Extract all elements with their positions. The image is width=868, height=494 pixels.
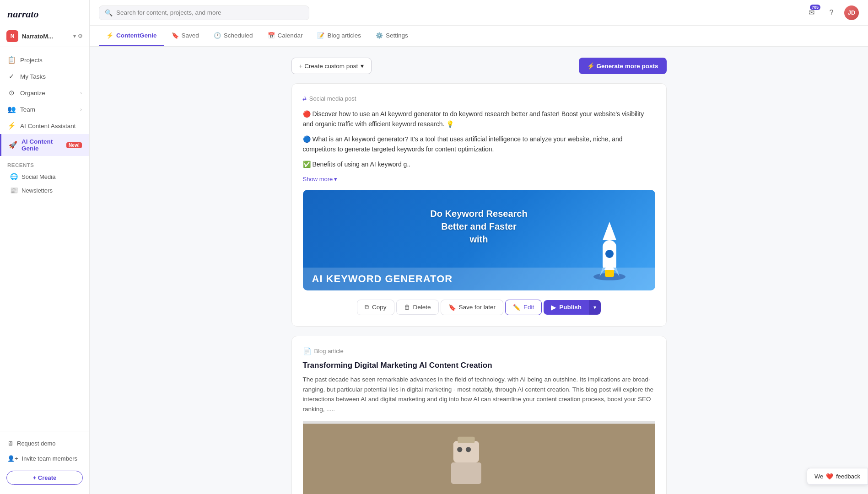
dropdown-arrow-icon: ▾: [361, 62, 364, 70]
sidebar-item-ai-genie[interactable]: 🚀 AI Content Genie New!: [0, 134, 89, 156]
social-post-card: # Social media post 🔴 Discover how to us…: [291, 83, 667, 327]
post-content: 🔴 Discover how to use an AI keyword gene…: [303, 109, 655, 169]
svg-point-12: [465, 447, 470, 452]
blog-image-inner: [303, 421, 655, 494]
feedback-label-2: feedback: [836, 473, 860, 480]
svg-point-3: [605, 249, 614, 258]
sidebar-item-label: AI Content Assistant: [20, 123, 76, 129]
bookmark-icon: 🔖: [448, 304, 456, 311]
svg-rect-13: [451, 462, 481, 484]
tab-calendar[interactable]: 📅 Calendar: [260, 26, 310, 46]
workspace-selector[interactable]: N NarratoM... ▾ ⚙: [0, 26, 89, 47]
tab-scheduled[interactable]: 🕐 Scheduled: [206, 26, 260, 46]
generate-more-posts-button[interactable]: ⚡ Generate more posts: [579, 58, 667, 74]
tab-label: Saved: [182, 32, 199, 39]
search-icon: 🔍: [105, 9, 113, 16]
tab-label: Calendar: [278, 32, 303, 39]
sidebar-item-organize[interactable]: ⊙ Organize ›: [0, 85, 89, 101]
recent-item-label: Newsletters: [22, 187, 53, 194]
trash-icon: 🗑: [404, 304, 410, 311]
app-logo: narrato: [7, 8, 82, 20]
edit-label: Edit: [523, 304, 534, 311]
invite-team-label: Invite team members: [22, 455, 77, 462]
publish-group: ▶ Publish ▾: [544, 300, 601, 315]
projects-icon: 📋: [7, 56, 16, 64]
content-tabs: ⚡ ContentGenie 🔖 Saved 🕐 Scheduled 📅 Cal…: [90, 26, 868, 47]
blog-image-svg: [303, 421, 655, 494]
delete-button[interactable]: 🗑 Delete: [396, 300, 439, 315]
topbar: 🔍 ✉ 705 ? JD: [90, 0, 868, 26]
tab-settings[interactable]: ⚙️ Settings: [368, 26, 415, 46]
search-bar[interactable]: 🔍: [99, 5, 309, 20]
sidebar-bottom: 🖥 Request demo 👤+ Invite team members + …: [0, 431, 89, 494]
main-area: 🔍 ✉ 705 ? JD ⚡ ContentGenie 🔖 Saved �: [90, 0, 868, 494]
recent-item-newsletters[interactable]: 📰 Newsletters: [0, 183, 89, 197]
create-custom-post-button[interactable]: + Create custom post ▾: [291, 58, 372, 74]
image-banner-text: AI KEYWORD GENERATOR: [312, 273, 453, 285]
workspace-icon: N: [6, 30, 18, 42]
tab-label: Scheduled: [224, 32, 253, 39]
sidebar: narrato N NarratoM... ▾ ⚙ 📋 Projects ✓ M…: [0, 0, 90, 494]
user-avatar[interactable]: JD: [844, 5, 859, 20]
search-input[interactable]: [116, 9, 303, 16]
tab-content-genie[interactable]: ⚡ ContentGenie: [99, 26, 164, 46]
sidebar-item-team[interactable]: 👥 Team ›: [0, 101, 89, 118]
sidebar-item-label: My Tasks: [20, 73, 46, 80]
show-more-button[interactable]: Show more ▾: [303, 176, 655, 183]
team-icon: 👥: [7, 105, 16, 113]
create-button[interactable]: + Create: [6, 471, 83, 485]
sidebar-item-ai-assistant[interactable]: ⚡ AI Content Assistant: [0, 118, 89, 134]
publish-dropdown-button[interactable]: ▾: [589, 300, 601, 315]
edit-button[interactable]: ✏️ Edit: [505, 300, 542, 315]
workspace-name: NarratoM...: [22, 33, 73, 40]
workspace-actions[interactable]: ▾ ⚙: [73, 33, 83, 39]
svg-rect-10: [458, 437, 475, 443]
request-demo-button[interactable]: 🖥 Request demo: [6, 438, 83, 449]
blog-excerpt: The past decade has seen remarkable adva…: [303, 375, 655, 414]
svg-rect-6: [605, 270, 614, 277]
clock-tab-icon: 🕐: [214, 32, 221, 39]
save-for-later-button[interactable]: 🔖 Save for later: [441, 300, 503, 315]
blog-type-text: Blog article: [314, 348, 344, 354]
copy-label: Copy: [372, 304, 387, 311]
monitor-icon: 🖥: [7, 440, 13, 447]
tab-blog-articles[interactable]: 📝 Blog articles: [310, 26, 368, 46]
blog-type-label: 📄 Blog article: [303, 347, 655, 355]
tab-label: ContentGenie: [116, 32, 157, 39]
settings-tab-icon: ⚙️: [376, 32, 383, 39]
tab-label: Blog articles: [327, 32, 361, 39]
post-type-label: # Social media post: [303, 95, 655, 102]
blog-tab-icon: 📝: [317, 32, 324, 39]
invite-team-button[interactable]: 👤+ Invite team members: [6, 453, 83, 464]
copy-button[interactable]: ⧉ Copy: [357, 300, 394, 315]
feedback-button[interactable]: We ❤️ feedback: [807, 468, 868, 485]
chevron-right-icon: ›: [80, 107, 82, 112]
help-icon-button[interactable]: ?: [824, 5, 839, 20]
svg-point-11: [457, 447, 462, 452]
topbar-right: ✉ 705 ? JD: [804, 5, 859, 20]
blog-post-card: 📄 Blog article Transforming Digital Mark…: [291, 336, 667, 494]
post-type-text: Social media post: [309, 95, 356, 102]
bookmark-tab-icon: 🔖: [172, 32, 179, 39]
sidebar-item-label: AI Content Genie: [22, 138, 64, 152]
logo-area: narrato: [0, 0, 89, 26]
blog-title: Transforming Digital Marketing AI Conten…: [303, 361, 655, 370]
rocket-image: [582, 217, 637, 286]
chevron-down-icon[interactable]: ▾: [73, 33, 76, 39]
publish-label: Publish: [559, 304, 582, 311]
svg-rect-9: [453, 441, 479, 462]
sidebar-item-my-tasks[interactable]: ✓ My Tasks: [0, 68, 89, 85]
rocket-icon: 🚀: [9, 141, 17, 149]
sidebar-nav: 📋 Projects ✓ My Tasks ⊙ Organize › 👥 Tea…: [0, 47, 89, 431]
recent-item-social-media[interactable]: 🌐 Social Media: [0, 170, 89, 183]
request-demo-label: Request demo: [17, 440, 56, 447]
sidebar-item-projects[interactable]: 📋 Projects: [0, 52, 89, 68]
mail-icon-button[interactable]: ✉ 705: [804, 5, 819, 20]
tab-saved[interactable]: 🔖 Saved: [164, 26, 206, 46]
tasks-icon: ✓: [7, 72, 16, 81]
sidebar-item-label: Organize: [20, 90, 45, 97]
gear-icon[interactable]: ⚙: [78, 33, 83, 39]
post-actions: ⧉ Copy 🗑 Delete 🔖 Save for later ✏️ Edit: [303, 300, 655, 315]
notification-badge: 705: [810, 5, 820, 10]
publish-button[interactable]: ▶ Publish: [544, 300, 589, 315]
